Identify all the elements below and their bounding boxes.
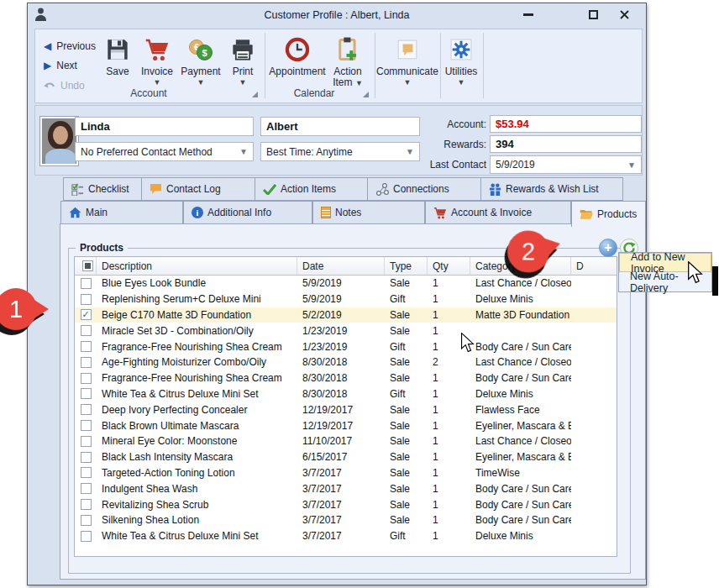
- tab-contact-log[interactable]: Contact Log: [141, 177, 255, 201]
- table-row[interactable]: Indulgent Shea Wash3/7/2017Sale1Body Car…: [75, 480, 617, 496]
- checkbox-unchecked[interactable]: [81, 420, 92, 431]
- table-row[interactable]: Deep Ivory Perfecting Concealer12/19/201…: [75, 402, 617, 417]
- cell-type: Sale: [385, 499, 428, 511]
- table-row[interactable]: Replenishing Serum+C Deluxe Mini5/9/2019…: [75, 291, 617, 307]
- checkbox-unchecked[interactable]: [81, 388, 92, 399]
- tab-checklist[interactable]: Checklist: [63, 177, 142, 201]
- cell-category: Last Chance / Closeo…: [470, 277, 571, 289]
- next-button[interactable]: ▶Next: [44, 57, 77, 74]
- tab-account-invoice[interactable]: Account & Invoice: [425, 201, 571, 224]
- checkbox-unchecked[interactable]: [81, 404, 92, 415]
- col-date[interactable]: Date: [297, 257, 385, 275]
- col-type[interactable]: Type: [385, 257, 428, 275]
- table-row[interactable]: Black Lash Intensity Mascara6/15/2017Sal…: [75, 449, 617, 465]
- tab-notes[interactable]: Notes: [312, 201, 425, 224]
- tab-rewards-wish-list[interactable]: Rewards & Wish List: [480, 177, 623, 201]
- table-row[interactable]: Age-Fighting Moisturizer Combo/Oily8/30/…: [75, 354, 617, 370]
- cell-description: Fragrance-Free Nourishing Shea Cream: [97, 341, 297, 353]
- cell-date: 3/7/2017: [297, 514, 385, 526]
- notes-icon: [321, 207, 331, 218]
- connections-icon: [375, 183, 389, 196]
- table-row[interactable]: Silkening Shea Lotion3/7/2017Sale1Body C…: [75, 512, 617, 528]
- previous-button[interactable]: ◀Previous: [44, 38, 96, 55]
- table-row[interactable]: Fragrance-Free Nourishing Shea Cream1/23…: [75, 339, 617, 354]
- utilities-button[interactable]: Utilities ▼: [443, 32, 480, 101]
- maximize-button[interactable]: [580, 3, 606, 25]
- titlebar: Customer Profile : Albert, Linda: [28, 3, 646, 26]
- table-row[interactable]: White Tea & Citrus Deluxe Mini Set3/7/20…: [75, 528, 617, 544]
- cell-type: Sale: [385, 420, 428, 432]
- checkbox-unchecked[interactable]: [81, 373, 92, 384]
- checkbox-checked[interactable]: ✓: [81, 309, 92, 320]
- cell-date: 5/9/2019: [297, 277, 385, 289]
- table-row[interactable]: Blue Eyes Look Bundle5/9/2019Sale1Last C…: [75, 276, 617, 291]
- checkbox-unchecked[interactable]: [81, 278, 92, 289]
- col-description[interactable]: Description: [97, 257, 297, 275]
- gift-icon: [489, 183, 501, 196]
- group-expand-icon[interactable]: [252, 92, 258, 97]
- first-name-field[interactable]: Linda: [75, 117, 254, 136]
- cell-date: 8/30/2018: [297, 356, 385, 368]
- print-button[interactable]: Print ▼: [226, 32, 260, 101]
- cell-date: 12/19/2017: [297, 404, 385, 416]
- callout-pin-1: 1: [0, 288, 54, 332]
- table-row[interactable]: Miracle Set 3D - Combination/Oily1/23/20…: [75, 323, 617, 339]
- tab-action-items[interactable]: Action Items: [255, 177, 368, 201]
- col-d[interactable]: D: [571, 257, 617, 275]
- undo-button[interactable]: Undo: [44, 77, 85, 94]
- cell-date: 11/10/2017: [297, 435, 385, 447]
- cell-category: Deluxe Minis: [470, 388, 571, 400]
- checkbox-unchecked[interactable]: [81, 483, 92, 494]
- cell-date: 1/23/2019: [297, 341, 385, 353]
- checkbox-unchecked[interactable]: [81, 467, 92, 478]
- table-row[interactable]: Fragrance-Free Nourishing Shea Cream8/30…: [75, 370, 617, 386]
- checkbox-unchecked[interactable]: [81, 499, 92, 510]
- add-product-button[interactable]: +: [599, 239, 617, 257]
- tab-main[interactable]: Main: [60, 201, 183, 224]
- cell-description: Indulgent Shea Wash: [97, 483, 297, 495]
- cell-type: Gift: [385, 293, 428, 305]
- checkbox-unchecked[interactable]: [81, 357, 92, 368]
- cell-type: Gift: [385, 341, 428, 353]
- ribbon-group-account: Account: [90, 87, 207, 99]
- cart-icon: [433, 207, 447, 219]
- tab-connections[interactable]: Connections: [367, 177, 481, 201]
- table-row[interactable]: White Tea & Citrus Deluxe Mini Set8/30/2…: [75, 386, 617, 402]
- cell-type: Sale: [385, 483, 428, 495]
- table-row[interactable]: Revitalizing Shea Scrub3/7/2017Sale1Body…: [75, 496, 617, 512]
- arrow-right-icon: ▶: [44, 60, 51, 71]
- checklist-icon: [71, 183, 84, 196]
- tab-products[interactable]: Products: [571, 201, 646, 227]
- checkbox-unchecked[interactable]: [81, 515, 92, 526]
- contact-method-dropdown[interactable]: No Preferred Contact Method▼: [75, 142, 254, 161]
- communicate-button[interactable]: Communicate ▼: [380, 32, 435, 101]
- checkbox-unchecked[interactable]: [81, 452, 92, 463]
- cell-description: Beige C170 Matte 3D Foundation: [97, 309, 297, 321]
- cell-type: Sale: [385, 372, 428, 384]
- cell-category: Flawless Face: [470, 404, 571, 416]
- checkbox-unchecked[interactable]: [81, 341, 92, 352]
- table-row[interactable]: Mineral Eye Color: Moonstone11/10/2017Sa…: [75, 433, 617, 449]
- checkbox-unchecked[interactable]: [81, 294, 92, 305]
- minimize-button[interactable]: [516, 3, 541, 25]
- group-expand-icon[interactable]: [363, 92, 369, 97]
- customer-photo[interactable]: [40, 117, 78, 165]
- checkbox-unchecked[interactable]: [81, 325, 92, 336]
- last-contact-dropdown[interactable]: 5/9/2019▼: [490, 155, 642, 174]
- cell-category: Deluxe Minis: [470, 530, 571, 542]
- dropdown-arrow-icon: ▼: [458, 78, 465, 87]
- rewards-field: 394: [490, 135, 642, 153]
- table-row[interactable]: Targeted-Action Toning Lotion3/7/2017Sal…: [75, 465, 617, 481]
- table-row[interactable]: Black Brown Ultimate Mascara12/19/2017Sa…: [75, 417, 617, 433]
- cell-qty: 1: [428, 483, 470, 495]
- tab-additional-info[interactable]: i Additional Info: [183, 201, 312, 224]
- select-all-checkbox[interactable]: [75, 257, 97, 275]
- checkbox-unchecked[interactable]: [81, 436, 92, 447]
- cell-category: Body Care / Sun Care: [470, 499, 571, 511]
- checkbox-unchecked[interactable]: [81, 531, 92, 542]
- house-icon: [69, 207, 81, 218]
- col-qty[interactable]: Qty: [428, 257, 470, 275]
- group-separator: [483, 33, 484, 98]
- close-button[interactable]: [611, 3, 637, 25]
- table-row[interactable]: ✓Beige C170 Matte 3D Foundation5/2/2019S…: [75, 307, 617, 323]
